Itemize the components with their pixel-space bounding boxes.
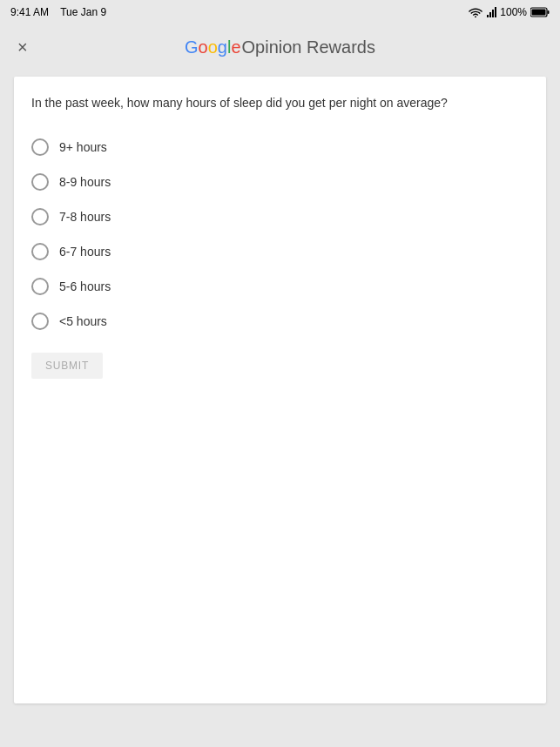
radio-circle-2[interactable]	[31, 173, 49, 191]
radio-option-5[interactable]: 5-6 hours	[31, 269, 529, 304]
radio-label-4: 6-7 hours	[59, 245, 111, 259]
radio-label-6: <5 hours	[59, 314, 107, 328]
survey-options: 9+ hours8-9 hours7-8 hours6-7 hours5-6 h…	[31, 130, 529, 339]
battery-percentage: 100%	[500, 6, 527, 18]
svg-rect-6	[532, 10, 546, 16]
radio-option-1[interactable]: 9+ hours	[31, 130, 529, 165]
status-date: Tue Jan 9	[60, 6, 106, 18]
battery-icon	[530, 7, 550, 17]
status-icons: 100%	[469, 6, 550, 18]
radio-circle-3[interactable]	[31, 208, 49, 225]
close-button[interactable]: ×	[14, 35, 31, 59]
svg-marker-4	[487, 15, 489, 17]
status-time-date: 9:41 AM Tue Jan 9	[10, 6, 106, 18]
svg-marker-3	[489, 12, 491, 17]
app-title: Google Opinion Rewards	[185, 37, 375, 57]
signal-icon	[486, 7, 496, 17]
svg-rect-7	[548, 10, 550, 14]
wifi-icon	[469, 7, 482, 17]
google-wordmark: Google	[185, 37, 241, 57]
survey-card: In the past week, how many hours of slee…	[14, 77, 546, 703]
survey-question: In the past week, how many hours of slee…	[31, 94, 529, 112]
toolbar: × Google Opinion Rewards	[0, 24, 560, 70]
svg-point-0	[475, 17, 476, 18]
radio-circle-1[interactable]	[31, 138, 49, 156]
radio-option-6[interactable]: <5 hours	[31, 304, 529, 339]
radio-circle-5[interactable]	[31, 278, 49, 295]
radio-circle-6[interactable]	[31, 313, 49, 330]
svg-marker-1	[495, 7, 496, 17]
submit-button[interactable]: SUBMIT	[31, 353, 103, 379]
radio-label-2: 8-9 hours	[59, 175, 111, 189]
status-time: 9:41 AM	[10, 6, 49, 18]
radio-label-3: 7-8 hours	[59, 210, 111, 224]
radio-option-2[interactable]: 8-9 hours	[31, 165, 529, 199]
radio-label-1: 9+ hours	[59, 140, 107, 154]
app-title-suffix: Opinion Rewards	[242, 37, 375, 57]
svg-marker-2	[492, 10, 494, 17]
radio-label-5: 5-6 hours	[59, 279, 111, 293]
radio-option-4[interactable]: 6-7 hours	[31, 234, 529, 269]
radio-circle-4[interactable]	[31, 243, 49, 260]
radio-option-3[interactable]: 7-8 hours	[31, 199, 529, 234]
status-bar: 9:41 AM Tue Jan 9 100%	[0, 0, 560, 24]
